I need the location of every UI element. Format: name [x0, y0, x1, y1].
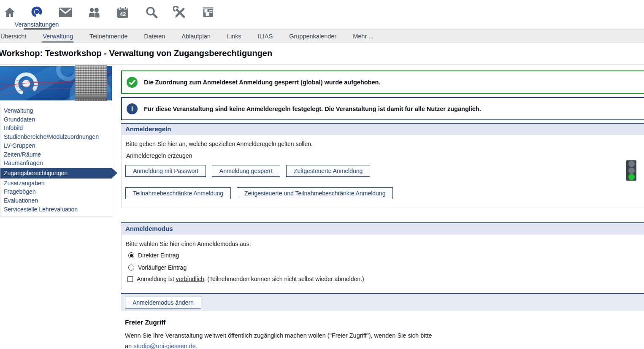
anmeldung-gesperrt-button[interactable]: Anmeldung gesperrt [212, 165, 280, 177]
section-anmelderegeln: Anmelderegeln Bitte geben Sie hier an, w… [121, 123, 644, 208]
tab-teilnehmende[interactable]: Teilnehmende [89, 30, 128, 43]
sidebar-item-studienbereiche[interactable]: Studienbereiche/Modulzuordnungen [0, 133, 112, 141]
courses-icon[interactable] [30, 5, 43, 19]
tab-gruppenkalender[interactable]: Gruppenkalender [289, 30, 337, 43]
sidebar-item-servicestelle[interactable]: Servicestelle Lehrevaluation [0, 205, 112, 214]
freier-zugriff-block: Freier Zugriff Wenn Sie Ihre Veranstaltu… [125, 319, 437, 349]
success-message-text: Die Zuordnung zum Anmeldeset Anmeldung g… [144, 79, 380, 86]
tab-bar: Übersicht Verwaltung Teilnehmende Dateie… [0, 30, 644, 43]
freier-zugriff-title: Freier Zugriff [125, 319, 437, 326]
sidebar-item-zugangsberechtigungen[interactable]: Zugangsberechtigungen [0, 168, 112, 179]
checkbox-unchecked[interactable] [127, 276, 133, 282]
checkbox-label: Anmeldung ist verbindlich. (Teilnehmende… [137, 276, 364, 282]
anmeldemodus-header: Anmeldemodus [121, 222, 644, 235]
sidebar-item-infobild[interactable]: Infobild [0, 124, 112, 133]
community-icon-glyph [88, 7, 101, 18]
search-icon[interactable] [145, 5, 158, 19]
search-icon-glyph [145, 6, 158, 19]
tab-ilias[interactable]: ILIAS [257, 30, 273, 43]
anmelderegeln-button-row-2: Teilnahmebeschränkte Anmeldung Zeitgeste… [125, 187, 393, 199]
anmeldemodus-body: Bitte wählen Sie hier einen Anmeldemodus… [121, 235, 644, 290]
radio-vorlaeufiger-eintrag[interactable]: Vorläufiger Eintrag [128, 264, 187, 271]
studip-window: 42 V [0, 0, 644, 349]
home-icon-glyph [4, 6, 16, 18]
tab-verwaltung[interactable]: Verwaltung [42, 30, 73, 43]
active-nav-label: Veranstaltungen [14, 21, 59, 28]
bulletin-board-icon[interactable] [201, 5, 215, 19]
zeitgesteuerte-teilnahmebeschraenkte-button[interactable]: Zeitgesteuerte und Teilnahmebeschränkte … [237, 187, 393, 199]
sidebar-item-frageboegen[interactable]: Fragebögen [0, 187, 112, 196]
sidebar-item-zusatzangaben[interactable]: Zusatzangaben [0, 179, 112, 188]
anmelderegeln-create-label: Anmelderegeln erzeugen [126, 152, 192, 159]
home-icon[interactable] [3, 5, 16, 19]
info-icon: i [127, 103, 138, 114]
traffic-light-red-off [628, 161, 635, 167]
traffic-light-yellow-off [628, 168, 635, 174]
traffic-light-icon [626, 160, 636, 181]
sidebar-item-grunddaten[interactable]: Grunddaten [0, 115, 112, 124]
sidebar-item-verwaltung[interactable]: Verwaltung [0, 106, 112, 115]
success-message: Die Zuordnung zum Anmeldeset Anmeldung g… [121, 70, 644, 94]
radio-label: Vorläufiger Eintrag [138, 264, 187, 271]
sidebar-nav: Verwaltung Grunddaten Infobild Studienbe… [0, 104, 112, 216]
radio-button-selected[interactable] [128, 252, 134, 258]
tools-icon[interactable] [173, 5, 186, 19]
anmelderegeln-intro: Bitte geben Sie hier an, welche speziell… [126, 141, 313, 147]
traffic-light-green-on [628, 174, 635, 180]
schedule-icon-glyph: 42 [116, 6, 129, 19]
checkbox-verbindlich[interactable]: Anmeldung ist verbindlich. (Teilnehmende… [127, 276, 364, 282]
community-icon[interactable] [87, 5, 101, 19]
tab-mehr[interactable]: Mehr ... [352, 30, 374, 43]
tab-links[interactable]: Links [227, 30, 242, 43]
radio-label: Direkter Eintrag [138, 252, 179, 259]
anmelderegeln-body: Bitte geben Sie hier an, welche speziell… [121, 135, 644, 208]
tab-uebersicht[interactable]: Übersicht [0, 30, 27, 43]
tab-ablaufplan[interactable]: Ablaufplan [181, 30, 211, 43]
zeitgesteuerte-anmeldung-button[interactable]: Zeitgesteuerte Anmeldung [286, 165, 370, 177]
mail-icon-glyph [59, 8, 72, 17]
schedule-icon[interactable]: 42 [116, 5, 130, 19]
anmelderegeln-header: Anmelderegeln [121, 123, 644, 135]
title-divider [0, 64, 644, 65]
radio-button-unselected[interactable] [128, 265, 134, 271]
sidebar-item-evaluationen[interactable]: Evaluationen [0, 196, 112, 205]
sidebar-item-raumanfragen[interactable]: Raumanfragen [0, 159, 112, 168]
anmeldemodus-intro: Bitte wählen Sie hier einen Anmeldemodus… [126, 241, 251, 247]
anmelderegeln-button-row-1: Anmeldung mit Passwort Anmeldung gesperr… [125, 165, 370, 177]
sidebar-item-zeiten-raeume[interactable]: Zeiten/Räume [0, 150, 112, 159]
anmeldemodus-aendern-button[interactable]: Anmeldemodus ändern [125, 297, 201, 308]
tab-dateien[interactable]: Dateien [143, 30, 165, 43]
bulletin-board-icon-glyph [202, 7, 214, 18]
anmeldung-mit-passwort-button[interactable]: Anmeldung mit Passwort [125, 165, 206, 177]
studip-mail-link[interactable]: studip@uni-giessen.de. [133, 343, 198, 349]
freier-zugriff-text: Wenn Sie Ihre Veranstaltung weltweit öff… [125, 330, 437, 349]
teilnahmebeschraenkte-anmeldung-button[interactable]: Teilnahmebeschränkte Anmeldung [125, 187, 231, 199]
page-title: Workshop: Testworkshop - Verwaltung von … [0, 49, 272, 58]
sidebar-item-lv-gruppen[interactable]: LV-Gruppen [0, 141, 112, 150]
calendar-week-number: 42 [120, 11, 126, 17]
courses-icon-glyph [30, 5, 43, 19]
anmeldemodus-footer: Anmeldemodus ändern [121, 293, 644, 311]
mail-icon[interactable] [59, 5, 72, 19]
underlined-term: verbindlich [176, 276, 204, 282]
tools-icon-glyph [173, 6, 186, 19]
info-message: i Für diese Veranstaltung sind keine Anm… [121, 97, 644, 120]
section-anmeldemodus: Anmeldemodus Bitte wählen Sie hier einen… [121, 222, 644, 290]
top-icon-bar: 42 V [0, 0, 644, 30]
radio-direkter-eintrag[interactable]: Direkter Eintrag [128, 252, 179, 259]
success-check-icon [127, 77, 138, 88]
info-message-text: Für diese Veranstaltung sind keine Anmel… [144, 106, 481, 112]
photo-detail [75, 95, 107, 99]
course-photo [75, 65, 107, 101]
